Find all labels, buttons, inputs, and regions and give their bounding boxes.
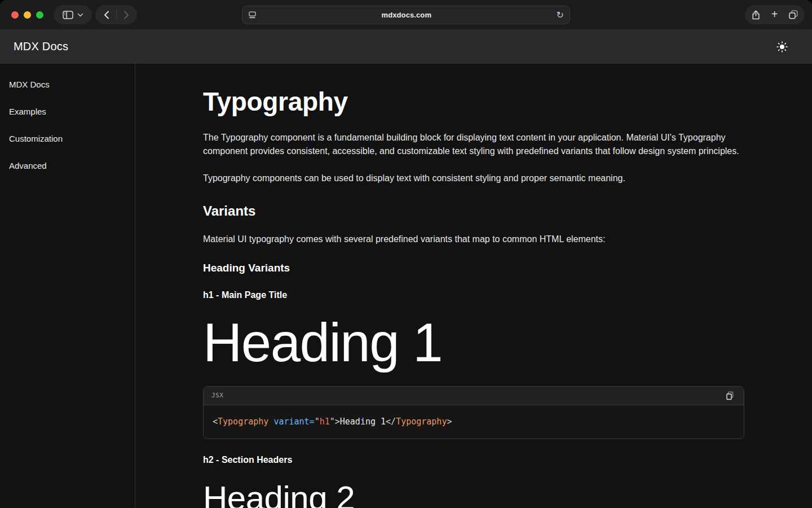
- app-header: MDX Docs: [0, 29, 812, 64]
- sidebar-item-customization[interactable]: Customization: [0, 125, 135, 152]
- sidebar-toggle-button[interactable]: [54, 5, 92, 24]
- variants-intro: Material UI typography comes with severa…: [203, 233, 744, 246]
- toolbar-right-group: +: [745, 5, 805, 24]
- back-button[interactable]: [97, 5, 116, 24]
- h1-preview: Heading 1: [203, 313, 744, 373]
- h2-variant-label: h2 - Section Headers: [203, 455, 744, 465]
- sidebar-icon: [63, 11, 73, 19]
- intro-paragraph-1: The Typography component is a fundamenta…: [203, 131, 744, 158]
- share-button[interactable]: [752, 10, 760, 20]
- minimize-window-button[interactable]: [24, 11, 31, 19]
- sun-icon: [776, 41, 788, 53]
- close-window-button[interactable]: [11, 11, 19, 19]
- code-language-label: JSX: [211, 392, 223, 399]
- traffic-lights: [11, 11, 43, 19]
- h1-variant-label: h1 - Main Page Title: [203, 290, 744, 300]
- url-text: mdxdocs.com: [257, 11, 557, 19]
- page-layout: MDX Docs Examples Customization Advanced…: [0, 64, 812, 508]
- browser-toolbar: mdxdocs.com ↻ +: [0, 0, 812, 29]
- sidebar-item-examples[interactable]: Examples: [0, 98, 135, 125]
- code-block: JSX <Typography variant="h1">Heading 1</…: [203, 386, 744, 439]
- reload-button[interactable]: ↻: [557, 11, 564, 20]
- tab-overview-button[interactable]: [789, 10, 798, 19]
- theme-toggle-button[interactable]: [771, 36, 793, 58]
- app-title: MDX Docs: [14, 40, 68, 53]
- code-block-body: <Typography variant="h1">Heading 1</Typo…: [204, 405, 744, 439]
- zoom-window-button[interactable]: [36, 11, 43, 19]
- doc-content: Typography The Typography component is a…: [135, 64, 812, 508]
- intro-paragraph-2: Typography components can be used to dis…: [203, 172, 744, 185]
- code-block-header: JSX: [204, 387, 744, 405]
- copy-icon: [726, 391, 734, 400]
- forward-button[interactable]: [117, 5, 136, 24]
- chevron-down-icon: [77, 13, 83, 17]
- sidebar-item-mdx-docs[interactable]: MDX Docs: [0, 71, 135, 98]
- h2-preview: Heading 2: [203, 479, 744, 508]
- browser-window: mdxdocs.com ↻ + MDX Docs: [0, 0, 812, 508]
- sidebar: MDX Docs Examples Customization Advanced: [0, 64, 135, 508]
- address-bar[interactable]: mdxdocs.com ↻: [242, 6, 570, 24]
- variants-heading: Variants: [203, 203, 744, 219]
- new-tab-button[interactable]: +: [771, 8, 778, 20]
- sidebar-item-advanced[interactable]: Advanced: [0, 152, 135, 179]
- heading-variants-heading: Heading Variants: [203, 262, 744, 274]
- page-title: Typography: [203, 86, 744, 117]
- code-line: <Typography variant="h1">Heading 1</Typo…: [213, 417, 735, 427]
- page-menu-icon[interactable]: [248, 11, 257, 19]
- history-nav: [95, 5, 137, 24]
- copy-code-button[interactable]: [723, 389, 736, 402]
